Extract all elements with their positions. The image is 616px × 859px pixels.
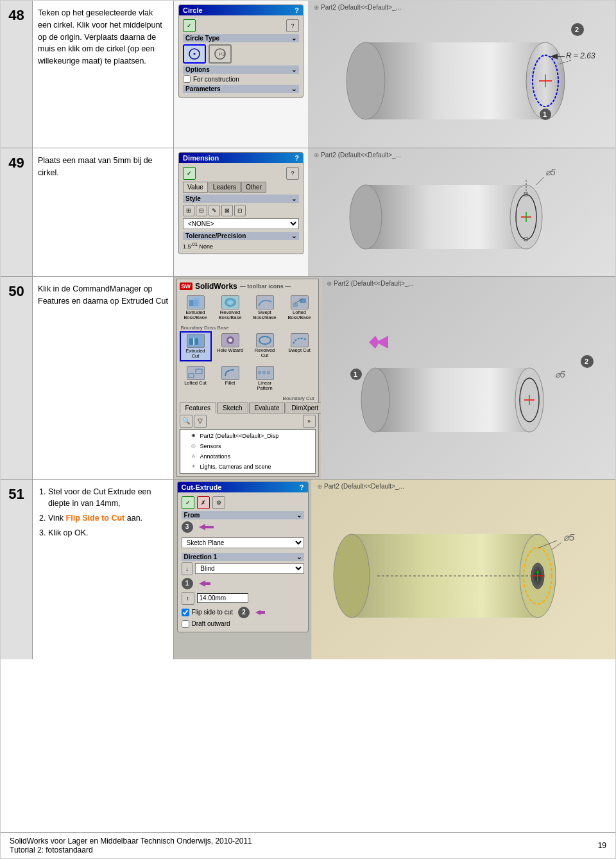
cut-depth-input[interactable] [197,593,248,603]
circle-parameters-header: Parameters ⌄ [183,85,299,93]
sw-search-icon[interactable]: 🔍 [180,415,193,428]
step-51-item-1: Stel voor de Cut Extrude een diepte in v… [48,486,168,510]
cut-cancel-btn[interactable]: ✗ [197,496,210,509]
linear-pattern-btn[interactable]: Linear Pattern [249,364,281,394]
circle-type-2[interactable]: P3 [209,44,232,64]
extruded-boss-base-btn[interactable]: Extruded Boss/Base [180,293,212,323]
svg-text:1: 1 [354,370,357,378]
cut-toolbar-row: ✓ ✗ ⚙ [182,496,304,509]
step-49-row: 49 Plaats een maat van 5mm bij de cirkel… [1,148,615,277]
cut-settings-btn[interactable]: ⚙ [212,496,225,509]
svg-marker-59 [255,610,265,615]
lofted-cut-btn[interactable]: Lofted Cut [180,364,212,394]
revolved-cut-btn[interactable]: Revolved Cut [249,331,281,362]
circle-help-btn[interactable]: ? [286,19,299,32]
sw-expand-icon[interactable]: » [303,415,316,428]
dim-help-btn[interactable]: ? [286,167,299,180]
swept-boss-base-btn[interactable]: Swept Boss/Base [249,293,281,323]
circle-for-construction: For construction [183,75,299,83]
badge-1: 1 [182,578,193,589]
svg-rect-29 [193,298,200,307]
svg-point-38 [228,338,232,342]
dim-style-5[interactable]: ⊡ [234,205,246,216]
dim-tab-value[interactable]: Value [183,182,208,193]
svg-point-18 [350,185,382,249]
step-51-left-panel: Cut-Extrude ? ✓ ✗ ⚙ F [174,480,312,659]
sw-tab-sketch[interactable]: Sketch [217,403,248,413]
sw-search-row: 🔍 ▽ » [180,415,316,428]
sw-tree-part2[interactable]: ⊕ Part2 (Default<<Default>_Disp [188,431,314,441]
dimension-panel-body: ✓ ? Value Leaders Other Styl [179,163,303,254]
dim-tab-leaders[interactable]: Leaders [209,182,241,193]
dim-style-select[interactable]: <NONE> [183,218,299,229]
svg-rect-41 [196,369,202,374]
content-area: 48 Teken op het geselecteerde vlak een c… [1,1,615,832]
cut-draft-checkbox[interactable] [182,620,189,628]
step-50-right: ⊕ Part2 (Default<<Default>_... [321,277,615,479]
cut-from-select[interactable]: Sketch Plane [182,537,304,548]
part2-icon: ⊕ [189,431,198,440]
cut-extrude-body: ✓ ✗ ⚙ From ⌄ 3 [178,492,308,632]
sw-tree-sensors[interactable]: ◎ Sensors [188,441,314,451]
extruded-cut-btn[interactable]: Extruded Cut [180,331,212,362]
swept-cut-btn[interactable]: Swept Cut [284,331,316,362]
dimension-panel: Dimension ? ✓ ? Value [178,152,304,254]
cut-depth-icon[interactable]: ↕ [182,592,194,605]
cut-direction-icon[interactable]: ↓ [182,562,193,575]
dim-style-1[interactable]: ⊞ [183,205,194,216]
cut-badge3-row: 3 [182,521,304,534]
sw-filter-icon[interactable]: ▽ [194,415,207,428]
step-51-item-3: Klik op OK. [48,527,168,539]
hole-wizard-btn[interactable]: Hole Wizard [214,331,246,362]
svg-point-39 [259,336,271,344]
svg-text:⌀5: ⌀5 [555,369,565,379]
svg-rect-44 [267,371,270,374]
circle-type-1[interactable] [183,44,206,64]
sensors-icon: ◎ [189,442,198,451]
circle-ok-btn[interactable]: ✓ [183,19,196,32]
step-51-item-2: Vink Flip Side to Cut aan. [48,512,168,525]
cylinder-51-svg: ⌀5 [313,483,615,656]
cut-flip-checkbox[interactable] [182,609,189,616]
part-label-50: ⊕ Part2 (Default<<Default>_... [327,280,414,287]
step-51-images: Cut-Extrude ? ✓ ✗ ⚙ F [174,480,615,659]
sw-tree-annotations[interactable]: A Annotations [188,451,314,462]
sw-tab-evaluate[interactable]: Evaluate [249,403,286,413]
boundary-cut-label: Boundary Cut [181,395,314,401]
svg-point-61 [334,534,370,618]
cut-direction-header: Direction 1 ⌄ [182,553,304,561]
for-construction-checkbox[interactable] [183,75,191,83]
svg-point-5 [346,42,385,119]
cut-ok-btn[interactable]: ✓ [182,496,194,509]
dim-style-4[interactable]: ⊠ [221,205,233,216]
sw-tab-dimxpert[interactable]: DimXpert [286,403,321,413]
cut-depth-row: 1 [182,577,304,590]
dim-tolerance-header: Tolerance/Precision ⌄ [183,232,299,240]
step-49-left-panel: Dimension ? ✓ ? Value [174,148,309,276]
sw-toolbar: SW SolidWorks — toolbar icons — Extruded… [176,279,319,477]
revolved-boss-base-btn[interactable]: Revolved Boss/Base [214,293,246,323]
svg-rect-33 [300,299,306,303]
step-51-text: Stel voor de Cut Extrude een diepte in v… [33,480,174,659]
sw-tree: ⊕ Part2 (Default<<Default>_Disp ◎ Sensor… [180,429,316,474]
sw-toolbar-title: SW SolidWorks — toolbar icons — [180,282,316,291]
lofted-boss-base-btn[interactable]: Lofted Boss/Base [284,293,316,323]
fillet-btn[interactable]: Fillet [214,364,246,394]
dim-tab-other[interactable]: Other [241,182,266,193]
circle-panel-title: Circle ? [179,5,303,15]
cut-direction-select[interactable]: Blind [195,563,304,574]
step-50-images: SW SolidWorks — toolbar icons — Extruded… [174,277,615,479]
cut-from-header: From ⌄ [182,511,304,519]
dim-style-2[interactable]: ⊟ [196,205,207,216]
footer: SolidWorks voor Lager en Middelbaar Tech… [1,832,615,858]
step-49-right: ⊕ Part2 (Default<<Default>_... [309,148,615,276]
cut-draft-row: Draft outward [182,620,304,628]
dim-style-3[interactable]: ✎ [209,205,220,216]
svg-marker-58 [199,580,210,587]
step-50-row: 50 Klik in de CommandManager op Features… [1,277,615,480]
dim-ok-btn[interactable]: ✓ [183,167,196,180]
sw-tab-features[interactable]: Features [180,403,216,413]
sw-tree-lights[interactable]: ☀ Lights, Cameras and Scene [188,462,314,472]
step-48-left-panel: Circle ? ✓ ? Circle Type ⌄ [174,1,309,148]
svg-rect-32 [293,303,298,307]
